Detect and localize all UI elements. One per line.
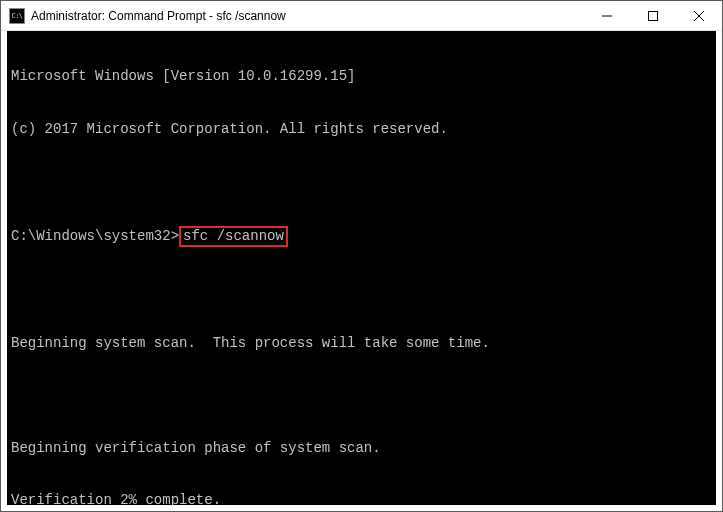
console-output: Beginning system scan. This process will… [11, 335, 712, 353]
console-area[interactable]: Microsoft Windows [Version 10.0.16299.15… [1, 31, 722, 511]
app-icon-label: C:\ [11, 12, 22, 20]
window-controls [584, 1, 722, 30]
command-prompt-window: C:\ Administrator: Command Prompt - sfc … [0, 0, 723, 512]
console-output: Verification 2% complete. [11, 492, 712, 510]
app-icon: C:\ [9, 8, 25, 24]
console-output: (c) 2017 Microsoft Corporation. All righ… [11, 121, 712, 139]
console-blank [11, 173, 712, 191]
close-icon [694, 11, 704, 21]
maximize-icon [648, 11, 658, 21]
maximize-button[interactable] [630, 1, 676, 30]
command-highlight: sfc /scannow [179, 226, 288, 248]
prompt-text: C:\Windows\system32> [11, 228, 179, 246]
minimize-button[interactable] [584, 1, 630, 30]
window-title: Administrator: Command Prompt - sfc /sca… [31, 9, 584, 23]
prompt-line: C:\Windows\system32>sfc /scannow [11, 226, 712, 248]
console-blank [11, 387, 712, 405]
console-output: Beginning verification phase of system s… [11, 440, 712, 458]
console-output: Microsoft Windows [Version 10.0.16299.15… [11, 68, 712, 86]
close-button[interactable] [676, 1, 722, 30]
svg-rect-1 [649, 11, 658, 20]
minimize-icon [602, 11, 612, 21]
titlebar[interactable]: C:\ Administrator: Command Prompt - sfc … [1, 1, 722, 31]
console-blank [11, 282, 712, 300]
